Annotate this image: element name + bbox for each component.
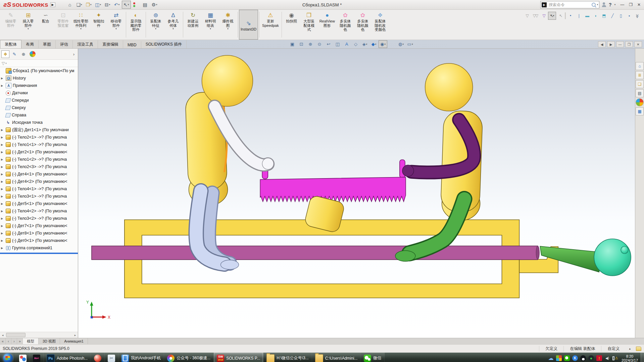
window-close-button[interactable]: ✕ — [637, 2, 641, 7]
taskbar-remote-app[interactable] — [16, 353, 30, 362]
print-icon[interactable]: ⊟▾ — [103, 1, 112, 9]
taskbar-solidworks[interactable]: SW2019 SOLIDWORKS P... — [214, 353, 263, 362]
crank-knob-sphere[interactable] — [594, 239, 631, 276]
filter-plane-icon[interactable]: ▯ — [616, 12, 625, 20]
start-button[interactable] — [0, 353, 16, 362]
select-cursor-icon[interactable]: ↖▾ — [122, 1, 131, 9]
view-orientation-icon[interactable]: ◇ — [351, 40, 360, 48]
ribbon-tab[interactable]: SOLIDWORKS 插件 — [141, 40, 187, 48]
filter-single-icon[interactable]: ▽ — [523, 12, 531, 20]
tabs-prev-icon[interactable]: ‹ — [6, 338, 11, 344]
taskpane-design-library-tab[interactable]: ≣ — [636, 71, 644, 79]
command-button[interactable]: ❖ 装配体 随机改 变颜色 — [371, 10, 389, 40]
doc-next-icon[interactable]: ▶ — [607, 41, 615, 47]
command-button[interactable]: ∷ 线性零部 件阵列 ▾ — [72, 10, 90, 40]
tray-wechat-icon[interactable] — [564, 355, 570, 361]
taskbar-scissors-app[interactable]: ✂ — [105, 353, 118, 362]
shaded-view-icon[interactable]: ◆▾ — [369, 40, 378, 48]
panel-horizontal-scrollbar[interactable]: ◂ ▸ — [0, 332, 78, 338]
taskbar-media-app[interactable]: 8o< — [30, 353, 44, 362]
tray-cloud-icon[interactable]: ☁ — [548, 355, 554, 361]
command-button[interactable]: ⇘ Instant3D — [239, 10, 258, 40]
help-button[interactable]: ? — [609, 2, 612, 7]
tray-record-icon[interactable]: ● — [588, 355, 594, 361]
command-button[interactable]: ● RealView 图形 — [318, 10, 337, 40]
save-icon[interactable]: ◫▾ — [94, 1, 103, 9]
search-input[interactable] — [548, 2, 590, 7]
taskbar-folder-wechat[interactable]: H:\微信公众号\3... — [263, 353, 312, 362]
filter-point-icon[interactable]: ▪ — [625, 12, 633, 20]
command-button[interactable]: ↻ 新建运 动算例 — [184, 10, 202, 40]
filter-multiple-icon[interactable]: ▽▽ — [531, 12, 539, 20]
command-button[interactable]: ⊚ 装配体 特征 ▾ — [147, 10, 164, 40]
graphics-viewport[interactable]: Y X — [78, 49, 635, 338]
traffic-light-icon[interactable] — [131, 1, 140, 9]
tabs-last-icon[interactable]: » — [17, 338, 23, 344]
filter-surface-icon[interactable]: ◗ — [591, 12, 599, 20]
right-figure-head[interactable] — [425, 63, 473, 111]
zoom-fit-icon[interactable]: ▣ — [288, 40, 297, 48]
ribbon-tab[interactable]: 渲染工具 — [73, 40, 98, 48]
taskbar-360-browser[interactable]: 公众号 - 360极速... — [164, 353, 214, 362]
apply-scene-icon[interactable]: ◍▾ — [397, 40, 405, 48]
command-button[interactable] — [183, 12, 183, 38]
filter-vertices-icon[interactable]: • — [566, 12, 574, 20]
command-button[interactable]: ⚠ 更新 Speedpak — [260, 10, 281, 40]
section-view-icon[interactable]: ◫ — [333, 40, 342, 48]
window-minimize-button[interactable]: — — [620, 2, 624, 7]
tray-colors-icon[interactable] — [556, 355, 562, 361]
command-button[interactable]: ✿ 多实体 随机颜 色 — [354, 10, 371, 40]
doc-restore-icon[interactable]: ❐ — [625, 41, 633, 47]
document-tab[interactable]: Анимация1 — [60, 338, 88, 344]
taskpane-view-palette-tab[interactable]: ▤ — [636, 89, 644, 97]
command-button[interactable] — [259, 12, 259, 38]
doc-prev-icon[interactable]: ◀ — [598, 41, 606, 47]
ribbon-tab[interactable]: 装配体 — [0, 40, 21, 48]
tray-k-icon[interactable]: K — [572, 355, 578, 361]
tray-network-icon[interactable]: ⚠ — [612, 355, 618, 361]
crank-knob-small[interactable] — [621, 246, 628, 254]
drive-rail[interactable] — [92, 246, 538, 260]
status-item[interactable]: 欠定义 — [539, 346, 563, 352]
edit-appearance-icon[interactable] — [388, 40, 396, 48]
tray-qq-icon[interactable] — [580, 355, 586, 361]
command-button[interactable]: ◐ 显示隐 藏的零 部件 — [127, 10, 145, 40]
search-magnifier-icon[interactable] — [592, 3, 596, 7]
taskbar-capture-app[interactable] — [91, 353, 105, 362]
command-button[interactable]: ∽ 配合 — [37, 10, 54, 40]
taskbar-android-phone[interactable]: 我的Android手机 — [118, 353, 164, 362]
tree-filter-funnel-icon[interactable]: ▽ — [2, 61, 5, 66]
tray-sw-alert-icon[interactable]: ! — [596, 355, 602, 361]
status-item[interactable]: 自定义 — [601, 346, 626, 352]
command-button[interactable]: ∆ 参考几 何体 ▾ — [164, 10, 182, 40]
options-gear-icon[interactable]: ⚙▾ — [150, 1, 159, 9]
search-dropdown-icon[interactable]: ▾ — [597, 3, 598, 6]
previous-view-icon[interactable]: ↩ — [324, 40, 333, 48]
taskpane-custom-properties-tab[interactable]: ▦ — [636, 107, 644, 115]
left-figure-head[interactable] — [202, 55, 253, 106]
filter-axis-icon[interactable]: ╱ — [608, 12, 616, 20]
status-expand-arrow-icon[interactable]: ▴ — [626, 347, 634, 350]
magnifier-icon[interactable]: ⊙ — [315, 40, 324, 48]
document-tab[interactable]: 模型 — [23, 338, 39, 344]
undo-icon[interactable]: ↶▾ — [112, 1, 121, 9]
scroll-right-icon[interactable]: ▸ — [72, 333, 78, 337]
lasso-select-icon[interactable]: ↖ — [556, 12, 564, 20]
annotations-visibility-icon[interactable]: A — [342, 40, 351, 48]
taskpane-home-tab[interactable]: ⌂ — [636, 62, 644, 70]
tabs-first-icon[interactable]: « — [0, 338, 6, 344]
tree-filter-dropdown-icon[interactable]: ▾ — [5, 62, 7, 65]
command-button[interactable] — [146, 12, 146, 38]
filter-edges-icon[interactable]: ∣ — [575, 12, 583, 20]
ribbon-tab[interactable]: 布局 — [21, 40, 39, 48]
taskpane-appearances-tab[interactable] — [636, 98, 644, 106]
help-dropdown-icon[interactable]: ▾ — [614, 3, 616, 6]
scroll-left-icon[interactable]: ◂ — [0, 333, 5, 337]
command-button[interactable]: ▦ 材料明 细表 ▾ — [202, 10, 219, 40]
doc-minimize-icon[interactable]: — — [616, 41, 624, 47]
taskpane-file-explorer-tab[interactable]: ❏ — [636, 80, 644, 88]
command-button[interactable] — [238, 12, 238, 38]
configurationmanager-tab[interactable]: ⊕ — [19, 50, 28, 58]
toolbar-collapse-chevron-icon[interactable]: ≫ — [633, 12, 641, 20]
view-settings-icon[interactable]: ▭▾ — [406, 40, 414, 48]
